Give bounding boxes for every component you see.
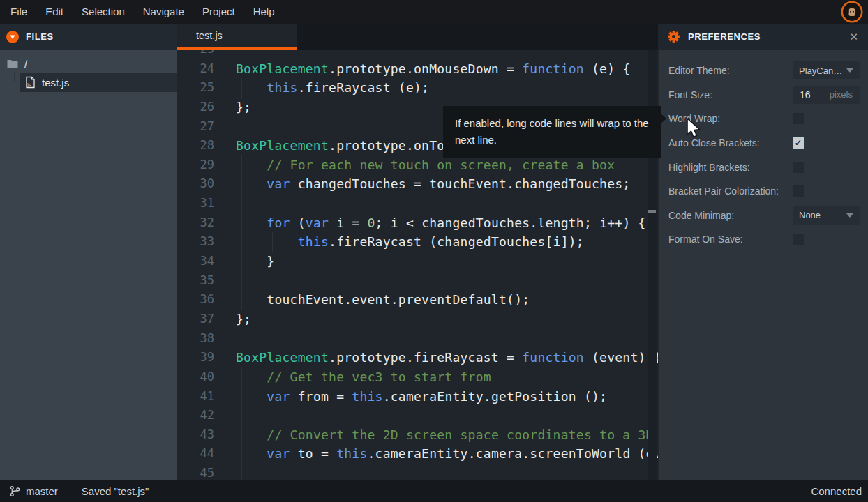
line-number: 36 xyxy=(177,290,214,310)
checkbox-highlight-brackets[interactable] xyxy=(793,162,804,173)
code-line[interactable]: 41 var from = this.cameraEntity.getPosit… xyxy=(177,387,658,406)
pref-control-bracket-pair-colorization xyxy=(793,185,860,197)
code-line[interactable]: 32 for (var i = 0; i < changedTouches.le… xyxy=(177,213,658,233)
pref-control-highlight-brackets xyxy=(793,162,860,173)
files-panel-header[interactable]: FILES xyxy=(0,24,177,50)
code-line[interactable]: 39BoxPlacement.prototype.fireRaycast = f… xyxy=(177,348,658,367)
pref-row-code-minimap: Code Minimap:None xyxy=(659,204,868,228)
pref-row-highlight-brackets: Highlight Brackets: xyxy=(659,155,868,179)
code-text: this.fireRaycast (changedTouches[i]); xyxy=(236,232,584,252)
code-text: var changedTouches = touchEvent.changedT… xyxy=(236,174,630,194)
js-file-icon: js xyxy=(25,76,36,89)
preferences-title: PREFERENCES xyxy=(688,31,841,42)
files-toggle-icon xyxy=(6,31,19,43)
line-number: 24 xyxy=(177,59,214,79)
line-number: 40 xyxy=(177,367,214,387)
pref-label-bracket-pair-colorization: Bracket Pair Colorization: xyxy=(668,185,779,197)
code-line[interactable]: 24BoxPlacement.prototype.onMouseDown = f… xyxy=(177,59,658,79)
mouse-cursor-icon xyxy=(684,118,703,139)
code-text: var to = this.cameraEntity.camera.screen… xyxy=(236,444,658,464)
code-text: BoxPlacement.prototype.fireRaycast = fun… xyxy=(236,348,658,367)
code-line[interactable]: 38 xyxy=(177,329,658,349)
indent-guide xyxy=(241,406,242,425)
tree-item-root[interactable]: / xyxy=(0,54,177,73)
select-editor-theme[interactable]: PlayCan… xyxy=(793,61,860,79)
menu-item-help[interactable]: Help xyxy=(244,0,284,24)
code-line[interactable]: 37}; xyxy=(177,310,658,329)
checkbox-auto-close-brackets[interactable]: ✓ xyxy=(793,137,804,149)
git-branch-button[interactable]: master xyxy=(0,480,70,502)
code-text: touchEvent.event.preventDefault(); xyxy=(236,290,530,310)
code-line[interactable]: 23 xyxy=(177,50,658,59)
tab-testjs[interactable]: test.js xyxy=(177,24,297,50)
line-number: 32 xyxy=(177,213,214,233)
pref-label-code-minimap: Code Minimap: xyxy=(668,210,734,221)
pref-row-editor-theme: Editor Theme:PlayCan… xyxy=(659,59,868,83)
code-line[interactable]: 29 // For each new touch on screen, crea… xyxy=(177,155,658,175)
checkbox-word-wrap[interactable] xyxy=(793,113,804,124)
git-branch-icon xyxy=(10,485,20,497)
user-avatar-button[interactable] xyxy=(841,1,863,23)
code-text: var from = this.cameraEntity.getPosition… xyxy=(236,387,607,406)
line-number: 38 xyxy=(177,329,214,349)
select-code-minimap[interactable]: None xyxy=(793,206,860,225)
code-line[interactable]: 30 var changedTouches = touchEvent.chang… xyxy=(177,174,658,194)
code-line[interactable]: 43 // Convert the 2D screen space coordi… xyxy=(177,425,658,445)
line-number: 30 xyxy=(177,174,214,194)
code-line[interactable]: 45 xyxy=(177,464,658,480)
code-line[interactable]: 25 this.fireRaycast (e); xyxy=(177,78,658,98)
pref-row-bracket-pair-colorization: Bracket Pair Colorization: xyxy=(659,179,868,204)
code-line[interactable]: 31 xyxy=(177,194,658,213)
files-panel-title: FILES xyxy=(26,31,54,42)
code-editor-app: FileEditSelectionNavigateProjectHelp FIL… xyxy=(0,0,868,502)
menu-item-selection[interactable]: Selection xyxy=(73,0,134,24)
pref-row-format-on-save: Format On Save: xyxy=(659,227,868,252)
code-line[interactable]: 33 this.fireRaycast (changedTouches[i]); xyxy=(177,232,658,252)
connection-status: Connected xyxy=(811,485,868,497)
code-line[interactable]: 44 var to = this.cameraEntity.camera.scr… xyxy=(177,444,658,464)
scrollbar-thumb[interactable] xyxy=(648,210,656,213)
checkbox-format-on-save[interactable] xyxy=(793,234,804,245)
indent-guide xyxy=(241,271,242,291)
line-number: 34 xyxy=(177,252,214,271)
code-line[interactable]: 40 // Get the vec3 to start from xyxy=(177,367,658,387)
line-number: 35 xyxy=(177,271,214,291)
gear-icon xyxy=(668,31,680,43)
code-line[interactable]: 36 touchEvent.event.preventDefault(); xyxy=(177,290,658,310)
pref-label-auto-close-brackets: Auto Close Brackets: xyxy=(668,137,760,149)
code-text: // For each new touch on screen, create … xyxy=(236,155,615,175)
code-line[interactable]: 35 xyxy=(177,271,658,291)
line-number: 28 xyxy=(177,136,214,155)
close-icon[interactable]: ✕ xyxy=(849,31,858,43)
line-number: 39 xyxy=(177,348,214,367)
chevron-down-icon xyxy=(846,213,853,218)
code-text: for (var i = 0; i < changedTouches.lengt… xyxy=(236,213,646,233)
tab-label: test.js xyxy=(196,30,223,41)
menu-item-project[interactable]: Project xyxy=(193,0,244,24)
line-number: 37 xyxy=(177,310,214,329)
pref-control-word-wrap xyxy=(793,113,860,124)
pref-control-editor-theme: PlayCan… xyxy=(793,61,860,79)
line-number: 41 xyxy=(177,387,214,406)
select-value: PlayCan… xyxy=(799,66,842,76)
line-number: 26 xyxy=(177,98,214,117)
menu-item-file[interactable]: File xyxy=(1,0,36,24)
code-line[interactable]: 34 } xyxy=(177,252,658,271)
code-text: }; xyxy=(236,310,251,329)
menu-item-edit[interactable]: Edit xyxy=(36,0,73,24)
tab-bar: test.js xyxy=(177,24,658,50)
code-text: BoxPlacement.prototype.onMouseDown = fun… xyxy=(236,59,630,79)
input-value: 16 xyxy=(800,89,811,100)
checkbox-bracket-pair-colorization[interactable] xyxy=(793,185,804,197)
chevron-down-icon xyxy=(846,68,853,73)
line-number: 43 xyxy=(177,425,214,445)
code-text: } xyxy=(236,252,274,271)
input-font-size[interactable]: 16pixels xyxy=(793,86,860,104)
pref-control-font-size: 16pixels xyxy=(793,86,860,104)
code-line[interactable]: 42 xyxy=(177,406,658,425)
header-band: FILES test.js PREFERENCE xyxy=(0,24,868,50)
tree-item-testjs[interactable]: js test.js xyxy=(20,73,177,92)
pref-label-format-on-save: Format On Save: xyxy=(668,234,743,245)
line-number: 25 xyxy=(177,78,214,98)
menu-item-navigate[interactable]: Navigate xyxy=(134,0,193,24)
